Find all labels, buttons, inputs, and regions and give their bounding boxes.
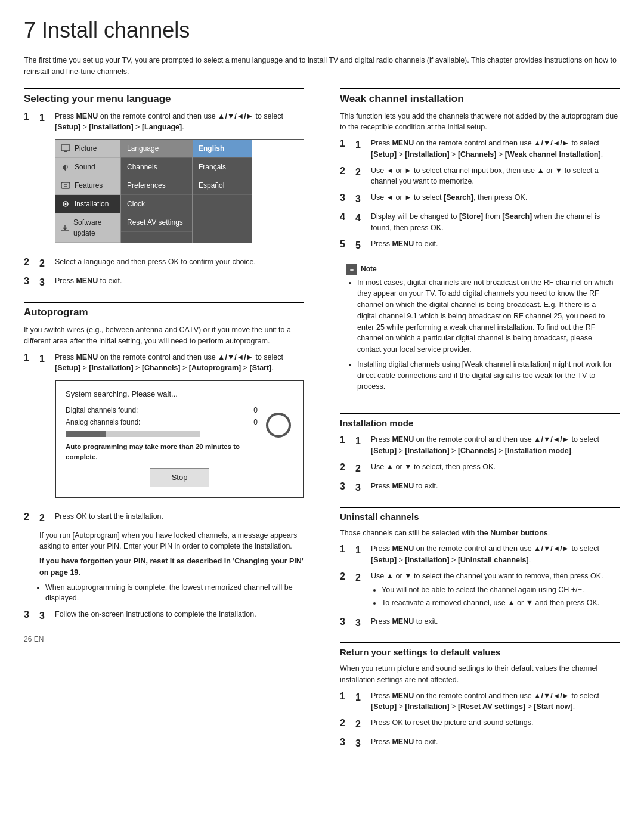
uninstall-step-1: 1 Press MENU on the remote control and t… — [340, 543, 620, 566]
section-title-uninstall: Uninstall channels — [340, 507, 620, 522]
autoprogram-body: System searching. Please wait... Digital… — [66, 388, 293, 462]
return-step-1: 1 Press MENU on the remote control and t… — [340, 690, 620, 713]
autoprogram-note3: If you have forgotten your PIN, reset it… — [39, 556, 304, 578]
menu-right-item-francais: Français — [193, 158, 252, 176]
step-2-language: 2 Select a language and then press OK to… — [24, 256, 304, 271]
svg-rect-1 — [64, 151, 67, 152]
step-number: 1 — [39, 352, 50, 506]
return-defaults-intro: When you return picture and sound settin… — [340, 663, 620, 686]
menu-label-installation: Installation — [75, 199, 109, 209]
autoprogram-screen-title: System searching. Please wait... — [66, 388, 258, 400]
step-number: 3 — [39, 275, 50, 290]
inst-mode-step-2: 2 Use ▲ or ▼ to select, then press OK. — [340, 462, 620, 476]
menu-item-sound: Sound — [55, 158, 120, 176]
autoprogram-digital-row: Digital channels found: 0 — [66, 405, 258, 416]
menu-right-panel: English Français Español — [193, 140, 252, 243]
autoprogram-step3: 3 Follow the on-screen instructions to c… — [24, 609, 304, 623]
menu-label-features: Features — [75, 180, 103, 191]
step-content: Follow the on-screen instructions to com… — [55, 609, 304, 623]
step-text: Press MENU on the remote control and the… — [55, 112, 283, 132]
inst-mode-step-1: 1 Press MENU on the remote control and t… — [340, 434, 620, 457]
autoprogram-bullet-1: When autoprogramming is complete, the lo… — [45, 582, 304, 605]
menu-center-item-language: Language — [121, 140, 192, 158]
section-title-autoprogram: Autoprogram — [24, 302, 304, 318]
svg-rect-2 — [61, 182, 70, 188]
step-number: 3 — [39, 609, 50, 623]
step-content: Press MENU on the remote control and the… — [55, 352, 304, 506]
step-1-language: 1 Press MENU on the remote control and t… — [24, 111, 304, 252]
step-text: Press MENU on the remote control and the… — [371, 544, 599, 564]
page-number: 26 EN — [24, 635, 304, 643]
section-title-return-defaults: Return your settings to default values — [340, 642, 620, 657]
weak-step-3: 3 Use ◄ or ► to select [Search], then pr… — [340, 192, 620, 206]
return-step-2: 2 Press OK to reset the picture and soun… — [340, 717, 620, 732]
step-content: Press MENU to exit. — [371, 481, 620, 495]
autoprogram-analog-row: Analog channels found: 0 — [66, 417, 258, 428]
menu-label-software: Software update — [73, 217, 116, 239]
stop-button[interactable]: Stop — [150, 468, 209, 487]
step-text: Press MENU to exit. — [371, 617, 438, 625]
note-header: ≡ Note — [346, 264, 614, 275]
step-content: Select a language and then press OK to c… — [55, 256, 304, 271]
autoprogram-note2: If you run [Autoprogram] when you have l… — [39, 530, 304, 553]
step-text: Press MENU to exit. — [371, 482, 438, 490]
step-number: 3 — [355, 736, 366, 751]
uninstall-step-3: 3 Press MENU to exit. — [340, 616, 620, 630]
autoprogram-steps: 1 Press MENU on the remote control and t… — [24, 352, 304, 525]
picture-icon — [60, 143, 71, 154]
autoprogram-note: Auto programming may take more than 20 m… — [66, 442, 258, 463]
section-title-selecting-language: Selecting your menu language — [24, 88, 304, 105]
weak-step-1: 1 Press MENU on the remote control and t… — [340, 138, 620, 160]
step-number: 1 — [355, 690, 366, 713]
step-content: Press MENU to exit. — [371, 239, 620, 253]
weak-channel-intro: This function lets you add the channels … — [340, 111, 620, 134]
uninstall-steps: 1 Press MENU on the remote control and t… — [340, 543, 620, 630]
step-number: 2 — [355, 165, 366, 188]
step-text: Press MENU on the remote control and the… — [371, 435, 599, 455]
menu-item-picture: Picture — [55, 140, 120, 158]
menu-right-item-espanol: Español — [193, 176, 252, 195]
section-title-installation-mode: Installation mode — [340, 413, 620, 428]
step-number: 3 — [355, 481, 366, 495]
digital-label: Digital channels found: — [66, 405, 138, 416]
uninstall-bullet-1: You will not be able to select the chann… — [382, 584, 620, 596]
analog-label: Analog channels found: — [66, 417, 140, 428]
svg-rect-0 — [61, 145, 70, 151]
section-autoprogram: Autoprogram If you switch wires (e.g., b… — [24, 302, 304, 623]
note-icon: ≡ — [346, 264, 357, 275]
step-number: 3 — [355, 192, 366, 206]
menu-screenshot: Picture Sound — [55, 139, 304, 243]
step-content: Use ◄ or ► to select channel input box, … — [371, 165, 620, 188]
step-content: Use ▲ or ▼ to select the channel you wan… — [371, 571, 620, 611]
step-text: Press MENU to exit. — [371, 738, 438, 746]
menu-label-picture: Picture — [75, 143, 97, 154]
step-text: Press MENU to exit. — [371, 240, 438, 248]
return-defaults-steps: 1 Press MENU on the remote control and t… — [340, 690, 620, 751]
menu-center-item-clock: Clock — [121, 195, 192, 213]
step-text: Use ◄ or ► to select [Search], then pres… — [371, 193, 527, 202]
weak-step-2: 2 Use ◄ or ► to select channel input box… — [340, 165, 620, 188]
note-bullets: In most cases, digital channels are not … — [346, 277, 614, 393]
autoprogram-screenshot: System searching. Please wait... Digital… — [55, 380, 304, 498]
step-content: Press MENU on the remote control and the… — [371, 543, 620, 566]
uninstall-bullets: You will not be able to select the chann… — [371, 584, 620, 609]
step-content: Press OK to reset the picture and sound … — [371, 717, 620, 732]
step-number: 1 — [355, 434, 366, 457]
progress-bar — [66, 431, 200, 437]
step-content: Press MENU on the remote control and the… — [55, 111, 304, 252]
installation-icon — [60, 199, 71, 209]
step-text: Press MENU on the remote control and the… — [55, 353, 283, 373]
menu-row: Picture Sound — [55, 140, 304, 243]
step-content: Use ◄ or ► to select [Search], then pres… — [371, 192, 620, 206]
step-number: 2 — [355, 571, 366, 611]
step-text: Follow the on-screen instructions to com… — [55, 610, 256, 618]
menu-right-item-english: English — [193, 140, 252, 158]
step-text: Display will be changed to [Store] from … — [371, 212, 600, 232]
menu-center-item-preferences: Preferences — [121, 176, 192, 195]
step-number: 2 — [355, 462, 366, 476]
step-number: 2 — [39, 256, 50, 271]
autoprogram-step-2: 2 Press OK to start the installation. — [24, 511, 304, 525]
section-uninstall-channels: Uninstall channels Those channels can st… — [340, 507, 620, 631]
step-content: Press MENU on the remote control and the… — [371, 138, 620, 160]
search-circle-graphic — [266, 413, 291, 438]
